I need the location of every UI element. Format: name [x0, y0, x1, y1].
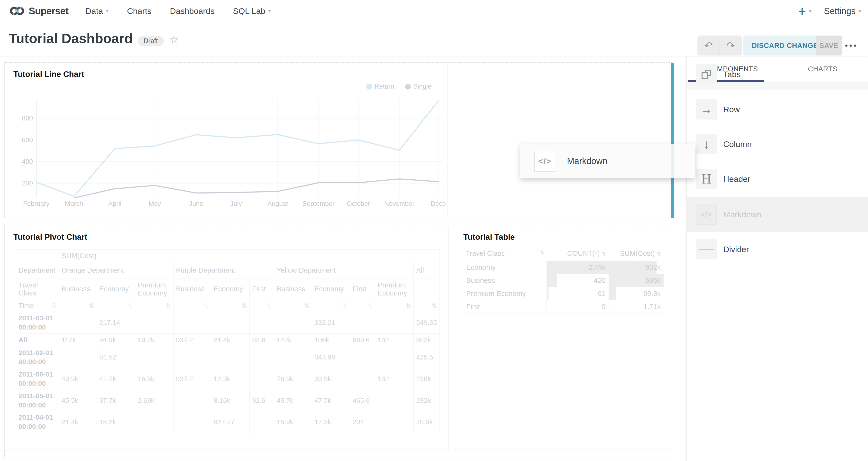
- pivot-class-header: First: [350, 278, 375, 300]
- pivot-value-cell: [174, 411, 211, 433]
- x-axis-label: May: [149, 200, 161, 207]
- sort-icon[interactable]: ⇅: [432, 302, 437, 310]
- favorite-star-icon[interactable]: ☆: [169, 33, 179, 46]
- column-header-count-[interactable]: COUNT(*)⇅: [547, 247, 609, 261]
- chart-card-pivot: Tutorial Pivot Chart SUM(Cost)Department…: [4, 226, 449, 450]
- sort-icon[interactable]: ⇅: [127, 302, 133, 310]
- component-item-row[interactable]: →Row: [687, 92, 868, 127]
- cell-travel-class: Business: [463, 274, 547, 287]
- undo-button[interactable]: ↶: [698, 35, 719, 56]
- column-header-travel-class[interactable]: Travel Class⇅: [463, 247, 547, 261]
- x-axis-label: April: [108, 200, 121, 207]
- nav-item-dashboards[interactable]: Dashboards: [170, 6, 214, 16]
- component-list: Tabs→Row↓ColumnHHeader</>MarkdownDivider: [687, 57, 868, 461]
- page-title[interactable]: Tutorial Dashboard: [9, 30, 133, 46]
- pivot-sort-cell: ⇅: [414, 300, 440, 312]
- column-header-sum-cost-[interactable]: SUM(Cost)⇅: [609, 247, 663, 261]
- chart-legend: ReturnSingle: [366, 83, 431, 90]
- pivot-time-row-label: Time⇅: [16, 300, 59, 312]
- pivot-value-cell: [174, 390, 211, 411]
- legend-item-single[interactable]: Single: [405, 83, 431, 90]
- pivot-value-cell: [274, 312, 312, 334]
- new-item-button[interactable]: + ▾: [799, 0, 811, 22]
- pivot-value-cell: 937.2: [174, 334, 211, 347]
- table-row: First91.71k: [463, 300, 663, 313]
- superset-logo[interactable]: Superset: [9, 5, 68, 17]
- settings-menu[interactable]: Settings ▾: [824, 0, 861, 22]
- cell-sum: 602k: [609, 261, 663, 274]
- infinity-logo-icon: [9, 5, 25, 17]
- sort-icon[interactable]: ⇅: [51, 302, 57, 309]
- cell-count: 420: [547, 274, 609, 287]
- sort-icon[interactable]: ⇅: [165, 302, 171, 310]
- pivot-value-cell: 39.9k: [312, 368, 350, 390]
- chart-card-table: Tutorial Table Travel Class⇅COUNT(*)⇅SUM…: [454, 226, 671, 450]
- component-item-divider[interactable]: Divider: [687, 232, 868, 267]
- pivot-class-header: Business: [274, 278, 312, 300]
- pivot-value-cell: 47.7k: [312, 390, 350, 411]
- pivot-value-cell: 217.14: [97, 312, 135, 334]
- x-axis-label: November: [384, 200, 415, 207]
- column-icon: ↓: [696, 134, 717, 154]
- pivot-class-header: Premium Economy: [135, 278, 174, 300]
- legend-label: Return: [374, 83, 394, 90]
- y-axis-label: 600: [22, 136, 33, 144]
- pivot-value-cell: 92.6: [250, 334, 274, 347]
- status-badge: Draft: [138, 36, 164, 46]
- pivot-sort-cell: ⇅: [375, 300, 414, 312]
- pivot-value-cell: [250, 312, 274, 334]
- pivot-sort-cell: ⇅: [350, 300, 375, 312]
- dashboard-grid: Tutorial Line Chart ReturnSingle Februar…: [0, 57, 868, 461]
- chevron-down-icon: ▾: [809, 8, 811, 14]
- sort-icon[interactable]: ⇅: [242, 302, 247, 310]
- nav-item-sql-lab[interactable]: SQL Lab▾: [233, 6, 271, 16]
- pivot-value-cell: 15.2k: [97, 411, 135, 433]
- header-h-glyph: H: [702, 171, 711, 187]
- pivot-value-cell: 45.5k: [59, 390, 97, 411]
- chart-title: Tutorial Table: [463, 233, 515, 242]
- sort-icon[interactable]: ⇅: [266, 302, 272, 310]
- component-item-header[interactable]: HHeader: [687, 162, 868, 196]
- nav-item-charts[interactable]: Charts: [127, 6, 151, 16]
- sort-icon[interactable]: ⇅: [203, 302, 209, 310]
- pivot-value-cell: 238k: [414, 368, 440, 390]
- sort-icon[interactable]: ⇅: [89, 302, 94, 310]
- pivot-sort-cell: ⇅: [174, 300, 211, 312]
- undo-redo-group: ↶ ↷: [698, 35, 742, 56]
- redo-button[interactable]: ↷: [720, 35, 742, 56]
- pivot-value-cell: [250, 411, 274, 433]
- component-item-column[interactable]: ↓Column: [687, 127, 868, 161]
- superset-dashboard-editor: Superset Data▾ChartsDashboardsSQL Lab▾ +…: [0, 0, 868, 461]
- component-item-label: Divider: [723, 232, 749, 267]
- code-glyph: </>: [700, 210, 712, 219]
- save-button[interactable]: SAVE: [816, 35, 842, 56]
- cell-count: 9: [547, 300, 609, 313]
- settings-label: Settings: [824, 6, 856, 16]
- sort-icon[interactable]: ⇅: [304, 302, 309, 310]
- dragged-card-label: Markdown: [567, 144, 608, 178]
- cell-travel-class: Economy: [463, 261, 547, 274]
- component-item-markdown[interactable]: </>Markdown: [687, 197, 868, 232]
- pivot-value-cell: 49.9k: [59, 368, 97, 390]
- sort-icon[interactable]: ⇅: [342, 302, 347, 310]
- legend-item-return[interactable]: Return: [366, 83, 394, 90]
- component-item-tabs[interactable]: Tabs: [687, 57, 868, 92]
- sort-icon[interactable]: ⇅: [406, 302, 411, 310]
- series-return-line: [36, 101, 438, 196]
- pivot-row-label: All: [16, 334, 59, 347]
- sort-icon: ⇅: [657, 251, 661, 257]
- x-axis-label: August: [268, 200, 288, 207]
- undo-icon: ↶: [704, 40, 713, 52]
- pivot-value-cell: 332.21: [312, 312, 350, 334]
- sort-icon[interactable]: ⇅: [367, 302, 373, 310]
- pivot-class-header: Economy: [97, 278, 135, 300]
- nav-item-data[interactable]: Data▾: [85, 6, 108, 16]
- dragged-markdown-card[interactable]: </> Markdown: [520, 144, 695, 178]
- pivot-value-cell: 16.5k: [135, 368, 174, 390]
- overflow-menu-button[interactable]: •••: [845, 35, 858, 56]
- dashboard-header: Tutorial Dashboard Draft ☆ ↶ ↷ DISCARD C…: [0, 22, 868, 57]
- top-navbar: Superset Data▾ChartsDashboardsSQL Lab▾ +…: [0, 0, 868, 22]
- pivot-value-cell: [350, 312, 375, 334]
- pivot-value-cell: 132: [375, 334, 414, 347]
- pivot-value-cell: [135, 347, 174, 368]
